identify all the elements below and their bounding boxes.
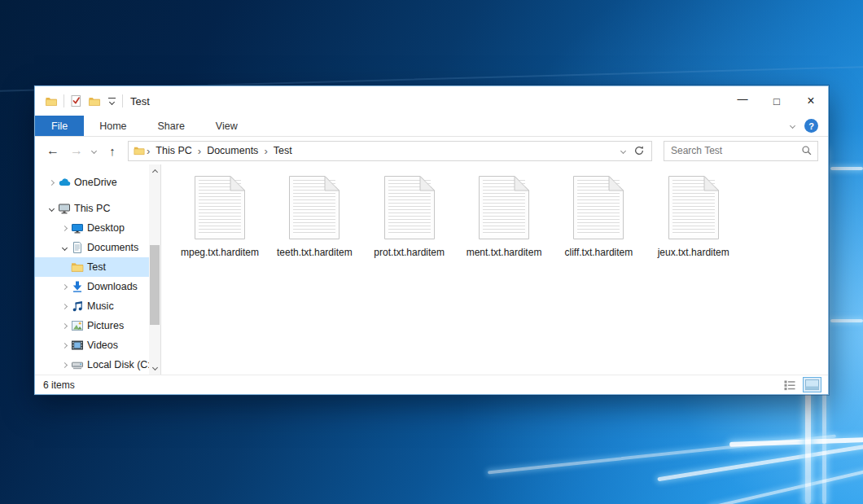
minimize-button[interactable]: — xyxy=(725,86,760,116)
forward-button[interactable]: → xyxy=(66,140,87,161)
view-toggles xyxy=(781,377,821,393)
main-area: OneDrive This PC xyxy=(35,164,828,375)
sidebar-item-test[interactable]: Test xyxy=(35,257,149,277)
close-button[interactable]: × xyxy=(794,86,828,116)
item-count: 6 items xyxy=(43,379,75,391)
help-button[interactable]: ? xyxy=(804,119,818,133)
text-document-icon xyxy=(479,176,529,239)
text-document-icon xyxy=(384,176,435,239)
videos-icon xyxy=(71,339,87,352)
ribbon-tab-bar: File Home Share View ? xyxy=(35,116,828,137)
downloads-icon xyxy=(71,280,87,293)
navigation-bar: ← → ↑ › This PC › Documents › Test xyxy=(35,137,828,164)
file-item[interactable]: jeux.txt.harditem xyxy=(653,176,734,258)
file-item[interactable]: teeth.txt.harditem xyxy=(274,176,355,258)
wallpaper-beam xyxy=(830,319,863,322)
wallpaper-beam xyxy=(830,167,863,170)
file-name: jeux.txt.harditem xyxy=(653,247,734,258)
status-bar: 6 items xyxy=(35,375,828,394)
chevron-right-icon[interactable] xyxy=(58,285,71,289)
tab-view[interactable]: View xyxy=(200,116,253,136)
sidebar-item-documents[interactable]: Documents xyxy=(35,238,149,257)
search-icon[interactable] xyxy=(801,145,813,156)
refresh-icon xyxy=(633,145,645,156)
explorer-window: Test — □ × File Home Share View ? ← → ↑ xyxy=(34,85,829,395)
sidebar-item-this-pc[interactable]: This PC xyxy=(35,199,149,218)
breadcrumb-this-pc[interactable]: This PC xyxy=(150,145,197,156)
help-icon: ? xyxy=(808,121,814,131)
desktop-background: Test — □ × File Home Share View ? ← → ↑ xyxy=(0,0,863,504)
file-item[interactable]: mpeg.txt.harditem xyxy=(179,176,261,258)
navigation-pane: OneDrive This PC xyxy=(35,164,161,375)
properties-check-icon[interactable] xyxy=(70,94,82,107)
wallpaper-beam xyxy=(657,445,863,482)
address-dropdown-icon[interactable] xyxy=(620,147,626,153)
chevron-right-icon[interactable] xyxy=(58,226,71,230)
address-bar[interactable]: › This PC › Documents › Test xyxy=(128,141,652,161)
desktop-icon xyxy=(71,221,87,234)
documents-icon xyxy=(71,241,87,254)
file-item[interactable]: cliff.txt.harditem xyxy=(558,176,639,258)
recent-locations-dropdown[interactable] xyxy=(87,140,100,161)
minimize-icon: — xyxy=(738,93,748,105)
scroll-up-icon[interactable] xyxy=(149,164,160,177)
sidebar-scrollbar[interactable] xyxy=(149,164,160,375)
file-name: ment.txt.harditem xyxy=(463,247,545,258)
breadcrumb-documents[interactable]: Documents xyxy=(201,145,264,156)
sidebar-item-music[interactable]: Music xyxy=(35,296,149,316)
folder-icon xyxy=(71,261,87,274)
details-view-button[interactable] xyxy=(781,377,799,393)
quick-access-toolbar xyxy=(35,94,123,107)
wallpaper-beam xyxy=(708,467,863,504)
sidebar-item-downloads[interactable]: Downloads xyxy=(35,277,149,296)
chevron-right-icon[interactable] xyxy=(58,324,71,328)
window-controls: — □ × xyxy=(725,86,828,116)
window-title: Test xyxy=(130,95,150,107)
customize-toolbar-dropdown-icon[interactable] xyxy=(107,98,116,104)
file-item[interactable]: ment.txt.harditem xyxy=(463,176,545,258)
file-name: mpeg.txt.harditem xyxy=(179,247,261,258)
sidebar-item-pictures[interactable]: Pictures xyxy=(35,316,149,335)
chevron-right-icon[interactable] xyxy=(58,363,71,367)
sidebar-item-desktop[interactable]: Desktop xyxy=(35,218,149,238)
up-button[interactable]: ↑ xyxy=(100,140,125,161)
file-name: prot.txt.harditem xyxy=(369,247,450,258)
scrollbar-track[interactable] xyxy=(149,177,160,362)
chevron-down-icon[interactable] xyxy=(58,246,71,250)
refresh-button[interactable] xyxy=(633,145,645,156)
chevron-right-icon[interactable] xyxy=(58,305,71,309)
breadcrumb-test[interactable]: Test xyxy=(268,145,298,156)
sidebar-item-onedrive[interactable]: OneDrive xyxy=(35,173,149,192)
up-icon: ↑ xyxy=(109,144,116,158)
back-button[interactable]: ← xyxy=(40,140,66,161)
scroll-down-icon[interactable] xyxy=(149,362,160,375)
file-name: teeth.txt.harditem xyxy=(274,247,355,258)
new-folder-icon[interactable] xyxy=(88,95,101,107)
wallpaper-beam xyxy=(488,435,836,475)
large-icons-view-button[interactable] xyxy=(803,377,821,392)
sidebar-item-local-disk[interactable]: Local Disk (C:) xyxy=(35,355,149,375)
maximize-button[interactable]: □ xyxy=(760,86,794,116)
details-view-icon xyxy=(783,379,796,391)
tab-share[interactable]: Share xyxy=(142,116,200,136)
local-disk-icon xyxy=(71,358,87,371)
search-input[interactable] xyxy=(664,141,818,161)
file-name: cliff.txt.harditem xyxy=(558,247,639,258)
text-document-icon xyxy=(573,176,624,239)
sidebar-item-videos[interactable]: Videos xyxy=(35,335,149,355)
expand-ribbon-icon[interactable] xyxy=(790,123,795,129)
large-icons-view-icon xyxy=(805,379,819,390)
back-icon: ← xyxy=(46,143,59,158)
file-item[interactable]: prot.txt.harditem xyxy=(369,176,450,258)
maximize-icon: □ xyxy=(773,95,780,107)
chevron-down-icon[interactable] xyxy=(45,207,58,211)
onedrive-icon xyxy=(58,176,74,189)
tab-file[interactable]: File xyxy=(35,116,84,136)
chevron-right-icon[interactable] xyxy=(45,181,58,185)
tab-home[interactable]: Home xyxy=(84,116,142,136)
this-pc-icon xyxy=(58,202,74,215)
toolbar-separator xyxy=(122,94,123,107)
wallpaper-beam xyxy=(729,437,863,447)
scrollbar-thumb[interactable] xyxy=(150,245,160,325)
chevron-right-icon[interactable] xyxy=(58,344,71,348)
